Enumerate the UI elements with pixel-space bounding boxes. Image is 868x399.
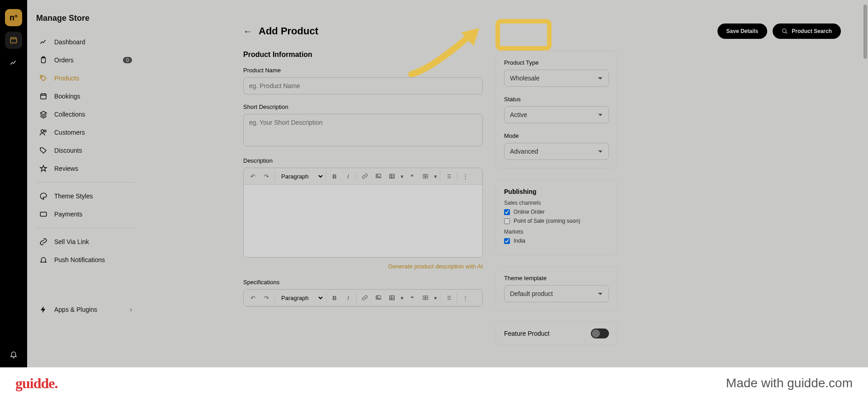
back-arrow-icon[interactable]: ←: [243, 26, 252, 37]
sidebar-item-orders[interactable]: Orders 0: [36, 51, 135, 69]
short-desc-label: Short Description: [243, 103, 483, 110]
channel-online-row[interactable]: Online Order: [504, 209, 609, 215]
channel-pos-row[interactable]: Point of Sale (coming soon): [504, 218, 609, 224]
media-icon[interactable]: [419, 291, 432, 304]
image-tool-icon[interactable]: [372, 291, 385, 304]
bold-icon[interactable]: B: [328, 170, 341, 183]
palette-icon: [39, 192, 48, 201]
guidde-logo: guidde.: [15, 375, 57, 392]
quote-icon[interactable]: ❝: [406, 291, 418, 304]
scrollbar-thumb[interactable]: [863, 5, 867, 59]
paragraph-select[interactable]: Paragraph: [277, 292, 324, 304]
analytics-rail-icon[interactable]: [5, 54, 22, 71]
link-tool-icon[interactable]: [359, 291, 371, 304]
editor-toolbar: ↶ ↷ Paragraph B I: [244, 168, 482, 185]
italic-icon[interactable]: I: [342, 291, 354, 304]
section-title: Product Information: [243, 51, 483, 59]
page-title: Add Product: [259, 25, 318, 37]
bell-icon[interactable]: [5, 346, 22, 363]
status-select[interactable]: Active: [504, 106, 609, 123]
paragraph-select[interactable]: Paragraph: [277, 171, 324, 182]
mode-select[interactable]: Advanced: [504, 143, 609, 160]
made-with-label: Made with guidde.com: [726, 376, 853, 390]
nav-label: Dashboard: [54, 38, 85, 46]
sidebar-item-apps[interactable]: Apps & Plugins ›: [36, 300, 135, 319]
sidebar-item-dashboard[interactable]: Dashboard: [36, 33, 135, 51]
more-icon[interactable]: ⋮: [459, 170, 472, 183]
separator: [457, 293, 457, 303]
quote-icon[interactable]: ❝: [406, 170, 418, 183]
separator: [356, 171, 357, 181]
svg-rect-0: [10, 39, 17, 43]
search-icon: [782, 28, 788, 34]
svg-rect-8: [40, 212, 47, 216]
generate-ai-link[interactable]: Generate product description with AI: [243, 263, 483, 270]
layers-icon: [39, 110, 48, 119]
sidebar-item-discounts[interactable]: Discounts: [36, 141, 135, 160]
feature-product-toggle[interactable]: [591, 329, 609, 338]
sidebar-title: Manage Store: [36, 14, 135, 23]
desc-label: Description: [243, 157, 483, 164]
list-icon[interactable]: [442, 291, 455, 304]
calendar-icon: [39, 92, 48, 101]
store-icon[interactable]: [5, 32, 22, 49]
product-search-button[interactable]: Product Search: [773, 23, 841, 39]
sidebar-item-push-notifications[interactable]: Push Notifications: [36, 251, 135, 269]
bell-outline-icon: [39, 255, 48, 264]
chevron-down-icon[interactable]: ▾: [433, 291, 438, 304]
product-name-input[interactable]: [243, 77, 483, 94]
theme-template-select[interactable]: Default product: [504, 285, 609, 302]
redo-icon[interactable]: ↷: [260, 170, 273, 183]
online-order-checkbox[interactable]: [504, 209, 510, 215]
short-desc-input[interactable]: [243, 114, 483, 146]
image-tool-icon[interactable]: [372, 170, 385, 183]
separator: [326, 171, 326, 181]
pos-checkbox[interactable]: [504, 218, 510, 224]
redo-icon[interactable]: ↷: [260, 291, 273, 304]
feature-product-row: Feature Product: [495, 322, 618, 345]
chevron-down-icon[interactable]: ▾: [433, 170, 438, 183]
nav-label: Customers: [54, 129, 85, 136]
italic-icon[interactable]: I: [342, 170, 354, 183]
nav-label: Orders: [54, 56, 74, 64]
india-checkbox[interactable]: [504, 238, 510, 244]
sidebar-item-reviews[interactable]: Reviews: [36, 160, 135, 178]
svg-rect-12: [390, 174, 395, 178]
type-label: Product Type: [504, 59, 609, 66]
sidebar-item-theme-styles[interactable]: Theme Styles: [36, 187, 135, 205]
discount-icon: [39, 146, 48, 155]
sidebar-item-sell-via-link[interactable]: Sell Via Link: [36, 233, 135, 251]
wallet-icon: [39, 210, 48, 219]
link-tool-icon[interactable]: [359, 170, 371, 183]
undo-icon[interactable]: ↶: [246, 291, 259, 304]
undo-icon[interactable]: ↶: [246, 170, 259, 183]
nav-label: Reviews: [54, 165, 78, 172]
media-icon[interactable]: [419, 170, 432, 183]
table-tool-icon[interactable]: [386, 170, 398, 183]
sidebar-item-collections[interactable]: Collections: [36, 105, 135, 123]
divider: [36, 228, 135, 228]
sidebar-item-bookings[interactable]: Bookings: [36, 87, 135, 105]
chevron-down-icon[interactable]: ▾: [399, 291, 405, 304]
editor-body[interactable]: [244, 185, 482, 257]
list-icon[interactable]: [442, 170, 455, 183]
scrollbar[interactable]: [863, 0, 867, 399]
app-logo[interactable]: n°: [5, 9, 22, 26]
nav-label: Bookings: [54, 93, 80, 100]
separator: [274, 293, 275, 303]
sidebar-item-products[interactable]: Products: [36, 69, 135, 87]
product-type-select[interactable]: Wholesale: [504, 70, 609, 87]
pos-label: Point of Sale (coming soon): [514, 218, 580, 224]
sidebar-item-customers[interactable]: Customers: [36, 123, 135, 141]
tag-icon: [39, 74, 48, 83]
table-tool-icon[interactable]: [386, 291, 398, 304]
svg-point-4: [41, 76, 42, 77]
more-icon[interactable]: ⋮: [459, 291, 472, 304]
orders-badge: 0: [123, 57, 132, 63]
save-details-button[interactable]: Save Details: [717, 23, 768, 39]
sidebar-item-payments[interactable]: Payments: [36, 205, 135, 223]
chevron-right-icon: ›: [130, 306, 132, 313]
market-india-row[interactable]: India: [504, 238, 609, 244]
bold-icon[interactable]: B: [328, 291, 341, 304]
chevron-down-icon[interactable]: ▾: [399, 170, 405, 183]
